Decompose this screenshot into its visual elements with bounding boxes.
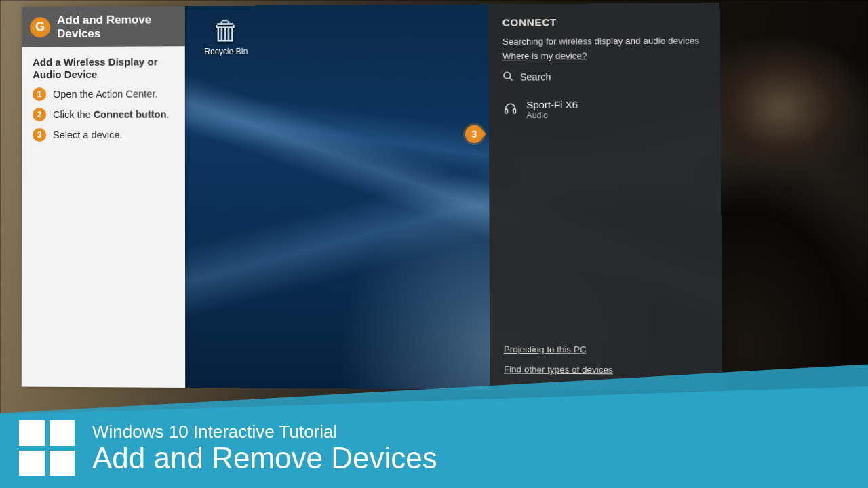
device-type: Audio [526, 110, 578, 120]
tutorial-step-1: 1 Open the Action Center. [33, 87, 174, 102]
headphones-icon [502, 101, 518, 118]
step-text: Click the Connect button. [53, 109, 169, 120]
find-other-devices-link[interactable]: Find other types of devices [504, 364, 613, 375]
recycle-bin-icon[interactable]: 🗑 Recycle Bin [199, 17, 254, 57]
connect-search-row[interactable]: Search [502, 70, 706, 83]
trash-icon: 🗑 [199, 17, 254, 45]
step-number-badge: 2 [33, 108, 46, 121]
projecting-to-this-pc-link[interactable]: Projecting to this PC [504, 344, 613, 355]
step-text-prefix: Click the [53, 109, 94, 120]
connect-panel: CONNECT Searching for wireless display a… [488, 3, 722, 391]
tutorial-header: G Add and Remove Devices [22, 6, 185, 47]
tutorial-sidebar: G Add and Remove Devices Add a Wireless … [22, 6, 185, 388]
connect-title: CONNECT [502, 16, 706, 28]
tutorial-section-heading: Add a Wireless Display or Audio Device [33, 56, 174, 81]
step-text-bold: Connect button [94, 109, 167, 120]
tutorial-body: Add a Wireless Display or Audio Device 1… [22, 46, 185, 158]
search-icon [502, 70, 513, 83]
svg-line-1 [510, 78, 513, 81]
connect-footer-links: Projecting to this PC Find other types o… [504, 344, 613, 375]
step-number-badge: 3 [33, 128, 46, 142]
connect-status-text: Searching for wireless display and audio… [502, 35, 706, 47]
tutorial-step-2: 2 Click the Connect button. [33, 108, 174, 122]
tutorial-step-3: 3 Select a device. [33, 128, 174, 142]
search-label: Search [520, 71, 551, 82]
svg-rect-2 [505, 108, 507, 113]
svg-point-0 [504, 72, 511, 79]
tutorial-title: Add and Remove Devices [57, 13, 177, 40]
recycle-bin-label: Recycle Bin [204, 47, 248, 56]
where-is-my-device-link[interactable]: Where is my device? [502, 51, 587, 62]
device-item[interactable]: Sport-Fi X6 Audio [502, 95, 707, 125]
step-callout-badge: 3 [465, 125, 484, 143]
tutorial-screen: 🗑 Recycle Bin G Add and Remove Devices A… [22, 3, 722, 391]
step-text: Select a device. [53, 129, 123, 140]
svg-rect-3 [513, 108, 515, 113]
step-number-badge: 1 [33, 87, 46, 101]
step-text-suffix: . [166, 109, 169, 120]
step-text: Open the Action Center. [53, 89, 157, 100]
brand-badge-icon: G [30, 17, 50, 37]
device-name: Sport-Fi X6 [526, 100, 578, 110]
